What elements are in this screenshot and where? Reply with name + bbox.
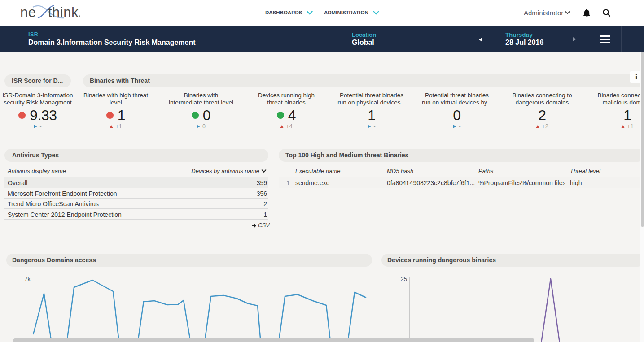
svg-text:think: think bbox=[48, 4, 79, 20]
svg-text:ne: ne bbox=[20, 4, 36, 20]
